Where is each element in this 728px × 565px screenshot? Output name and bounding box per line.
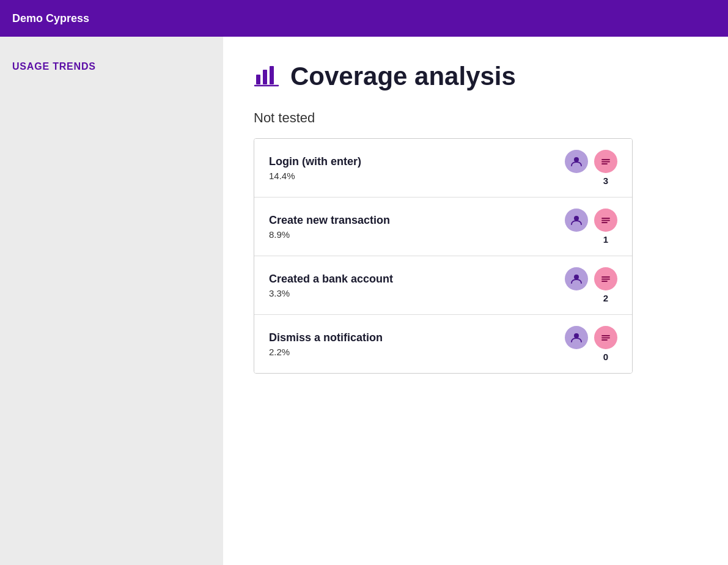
coverage-table: Login (with enter) 14.4% [254, 138, 633, 374]
row-percent: 14.4% [269, 171, 361, 181]
svg-rect-1 [263, 70, 267, 84]
row-left: Created a bank account 3.3% [269, 273, 393, 298]
row-left: Login (with enter) 14.4% [269, 155, 361, 181]
row-right: 0 [565, 326, 617, 362]
list-icon-col: 2 [594, 267, 617, 303]
svg-point-4 [574, 157, 579, 162]
row-count: 2 [603, 293, 608, 303]
row-count: 0 [603, 352, 608, 362]
svg-point-8 [574, 216, 579, 221]
table-row[interactable]: Login (with enter) 14.4% [254, 139, 632, 198]
page-layout: USAGE TRENDS Coverage analysis Not teste… [0, 37, 728, 565]
user-icon-col [565, 326, 588, 349]
list-icon-col: 0 [594, 326, 617, 362]
user-icon-badge [565, 150, 588, 173]
list-icon-col: 3 [594, 150, 617, 186]
svg-point-12 [574, 275, 579, 279]
row-right: 3 [565, 150, 617, 186]
table-row[interactable]: Create new transaction 8.9% [254, 198, 632, 256]
row-percent: 8.9% [269, 229, 390, 240]
list-icon-badge [594, 150, 617, 173]
user-icon-col [565, 267, 588, 290]
section-label: Not tested [254, 110, 697, 126]
table-row[interactable]: Created a bank account 3.3% [254, 256, 632, 315]
svg-rect-0 [256, 75, 260, 84]
row-name: Dismiss a notification [269, 331, 383, 344]
user-icon-badge [565, 267, 588, 290]
row-percent: 3.3% [269, 288, 393, 298]
row-left: Create new transaction 8.9% [269, 214, 390, 240]
main-content: Coverage analysis Not tested Login (with… [223, 37, 728, 565]
user-icon-badge [565, 326, 588, 349]
svg-rect-2 [270, 66, 274, 84]
user-icon-col [565, 150, 588, 173]
row-left: Dismiss a notification 2.2% [269, 331, 383, 357]
user-icon-col [565, 209, 588, 232]
page-title: Coverage analysis [290, 62, 516, 91]
list-icon-badge [594, 326, 617, 349]
row-name: Create new transaction [269, 214, 390, 227]
page-title-row: Coverage analysis [254, 61, 697, 92]
list-icon-badge [594, 267, 617, 290]
chart-bar-icon [254, 61, 281, 92]
row-percent: 2.2% [269, 347, 383, 357]
row-name: Created a bank account [269, 273, 393, 286]
row-count: 1 [603, 234, 608, 245]
sidebar: USAGE TRENDS [0, 37, 223, 565]
row-name: Login (with enter) [269, 155, 361, 168]
app-header: Demo Cypress [0, 0, 728, 37]
row-right: 2 [565, 267, 617, 303]
user-icon-badge [565, 209, 588, 232]
svg-point-16 [574, 333, 579, 338]
table-row[interactable]: Dismiss a notification 2.2% [254, 315, 632, 373]
app-title: Demo Cypress [12, 12, 89, 25]
list-icon-col: 1 [594, 209, 617, 245]
row-right: 1 [565, 209, 617, 245]
row-count: 3 [603, 175, 608, 186]
list-icon-badge [594, 209, 617, 232]
sidebar-section-title: USAGE TRENDS [12, 61, 96, 72]
